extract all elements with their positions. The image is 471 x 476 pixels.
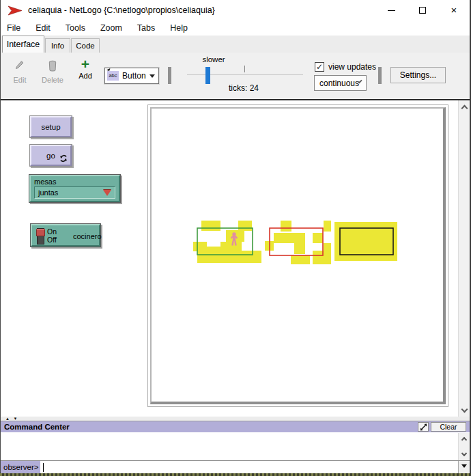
tab-info[interactable]: Info [45, 38, 70, 53]
command-history-dropdown[interactable] [458, 461, 470, 473]
menu-bar: File Edit Tools Zoom Tabs Help [1, 20, 470, 36]
settings-button[interactable]: Settings... [390, 67, 446, 83]
widget-type-dropdown[interactable]: abc Button [104, 68, 159, 84]
scrollbar-up-icon [461, 437, 467, 443]
command-center-output [1, 432, 470, 460]
menu-help[interactable]: Help [170, 23, 188, 33]
add-widget-button[interactable]: + Add [73, 58, 98, 80]
world-view[interactable] [152, 109, 443, 402]
chooser-dropdown[interactable]: juntas [34, 186, 115, 199]
menu-zoom[interactable]: Zoom [100, 23, 122, 33]
close-icon: × [451, 7, 457, 14]
menu-edit[interactable]: Edit [35, 23, 51, 33]
text-caret [43, 463, 44, 472]
minimize-icon [388, 10, 395, 11]
scrollbar-up-icon [461, 104, 468, 111]
scrollbar-down-icon [461, 451, 467, 456]
command-center-input-row: observer> [1, 460, 470, 473]
update-mode-value: continuous [319, 79, 359, 88]
edit-label: Edit [6, 76, 33, 84]
setup-button-label: setup [41, 123, 60, 131]
mesas-chooser[interactable]: mesas juntas [29, 175, 120, 202]
window-title: celiaquia - NetLogo {C:\netlogo\propios\… [28, 5, 215, 15]
pencil-icon [14, 60, 25, 72]
speed-slider-tick [244, 66, 245, 72]
interface-toolbar: Edit Delete + Add abc Button slower tick… [1, 53, 470, 100]
speed-slider-track[interactable] [187, 74, 303, 76]
maximize-button[interactable] [407, 0, 438, 20]
resize-diagonal-icon [420, 423, 427, 431]
command-center-scrollbar[interactable] [458, 433, 470, 460]
cocinero-switch[interactable]: On Off cocinero [31, 224, 100, 247]
widget-type-value: Button [122, 71, 146, 81]
speed-slider-handle[interactable] [205, 67, 210, 84]
setup-button[interactable]: setup [30, 116, 72, 137]
button-widget-icon: abc [107, 71, 119, 81]
netlogo-window: celiaquia - NetLogo {C:\netlogo\propios\… [0, 0, 471, 473]
world-view-frame [150, 107, 446, 404]
dropdown-arrow-icon [461, 464, 467, 471]
title-bar: celiaquia - NetLogo {C:\netlogo\propios\… [1, 0, 470, 20]
observer-prompt[interactable]: observer> [1, 461, 40, 473]
delete-label: Delete [38, 76, 68, 84]
toolbar-separator [168, 67, 171, 84]
plus-icon: + [73, 58, 98, 70]
scroll-down-button[interactable] [459, 404, 470, 415]
cc-scroll-up-button[interactable] [459, 434, 470, 445]
switch-toggle[interactable] [37, 228, 44, 244]
switch-off-label: Off [47, 236, 57, 244]
trash-icon [48, 60, 57, 72]
toolbar-separator [378, 67, 382, 84]
update-mode-dropdown[interactable]: continuous [314, 75, 367, 91]
scroll-up-button[interactable] [459, 102, 470, 113]
forever-icon [59, 154, 68, 163]
dropdown-arrow-icon [149, 74, 155, 81]
go-button-label: go [46, 152, 55, 160]
switch-on-label: On [47, 227, 57, 236]
view-updates-label: view updates [328, 62, 376, 72]
chooser-name-label: mesas [34, 178, 115, 186]
minimize-button[interactable] [375, 0, 407, 20]
menu-file[interactable]: File [7, 23, 20, 33]
chooser-arrow-icon [103, 190, 111, 200]
menu-tools[interactable]: Tools [66, 23, 85, 33]
view-updates-checkbox[interactable]: ✓ [315, 62, 324, 72]
view-updates-group: ✓ view updates [315, 62, 376, 72]
command-input[interactable] [40, 461, 458, 473]
edit-widget-button[interactable]: Edit [6, 60, 33, 84]
netlogo-logo-icon [8, 5, 22, 16]
switch-name-label: cocinero [73, 232, 102, 240]
cc-scroll-down-button[interactable] [459, 448, 470, 459]
switch-handle [36, 229, 45, 236]
command-center-header: Command Center Clear [1, 421, 470, 432]
tab-code[interactable]: Code [71, 38, 100, 53]
tab-interface[interactable]: Interface [2, 36, 44, 53]
main-scrollbar[interactable] [458, 100, 470, 417]
chooser-selected-value: juntas [38, 188, 58, 197]
scrollbar-down-icon [461, 406, 468, 412]
close-button[interactable]: × [438, 0, 470, 20]
maximize-icon [419, 7, 426, 14]
tab-bar: Interface Info Code [1, 36, 470, 53]
command-center-resize-button[interactable] [418, 422, 429, 432]
switch-on-off-labels: On Off [47, 227, 57, 244]
clear-button[interactable]: Clear [431, 422, 466, 432]
world-view-widget [147, 104, 448, 407]
go-button[interactable]: go [30, 145, 72, 166]
menu-tabs[interactable]: Tabs [137, 23, 155, 33]
speed-slider-label: slower [192, 55, 235, 64]
command-center-title: Command Center [4, 423, 70, 431]
command-center-splitter[interactable]: ▲ ▼ [1, 417, 470, 421]
add-label: Add [73, 72, 98, 80]
delete-widget-button[interactable]: Delete [38, 60, 68, 84]
ticks-counter: ticks: 24 [218, 83, 270, 93]
